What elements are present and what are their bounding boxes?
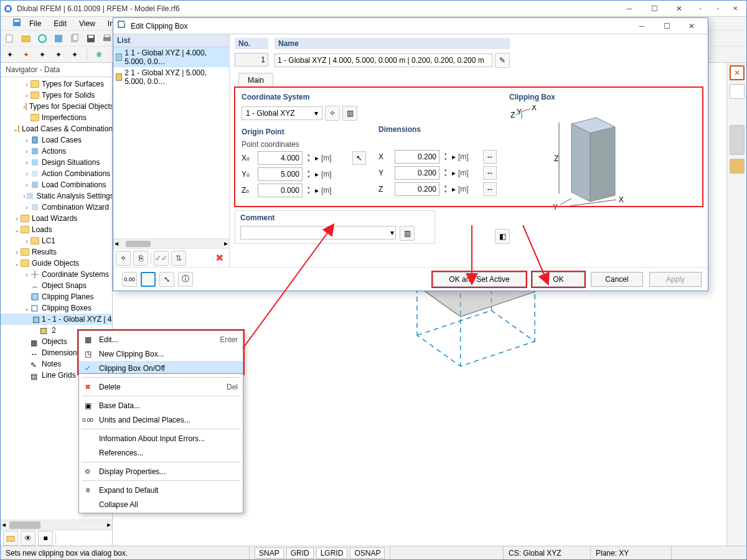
wand2-icon[interactable]: ✦ [19, 48, 33, 62]
ctx-expand[interactable]: ≡ Expand to Default [79, 483, 243, 497]
wand4-icon[interactable]: ✦ [52, 48, 65, 62]
color-picker-icon[interactable]: ◧ [495, 229, 510, 244]
ctx-units[interactable]: 0.00 Units and Decimal Places... [79, 413, 243, 427]
tree-lc1[interactable]: LC1 [42, 235, 55, 246]
ctx-clipping-box-onoff[interactable]: ✓ Clipping Box On/Off [79, 361, 243, 374]
tree-clip-boxes[interactable]: Clipping Boxes [42, 302, 92, 314]
tree-note[interactable]: Notes [42, 358, 61, 370]
navigator-hscroll[interactable]: ◂ ▸ [1, 520, 112, 530]
name-edit-icon[interactable]: ✎ [495, 53, 510, 68]
y0-input[interactable] [258, 167, 303, 181]
wand1-icon[interactable]: ✦ [3, 48, 17, 62]
ctx-input-errors[interactable]: Information About Input Errors... [79, 431, 243, 446]
play-icon[interactable]: ▸ [452, 169, 456, 177]
dlg-close-button[interactable]: ✕ [679, 19, 704, 34]
xd-input[interactable] [395, 150, 439, 164]
sync-icon[interactable] [35, 32, 49, 45]
tree-static-an[interactable]: Static Analysis Settings [37, 190, 112, 202]
apply-button[interactable]: Apply [649, 272, 702, 287]
minimize-button[interactable]: ─ [617, 1, 642, 16]
tree-results[interactable]: Results [32, 246, 57, 258]
print-icon[interactable] [100, 32, 114, 45]
ctx-references[interactable]: References... [79, 446, 243, 460]
xd-spinner[interactable]: ▴▾ [442, 151, 449, 162]
dock-btn-4[interactable] [730, 159, 745, 174]
coord-new-icon[interactable]: ✧ [325, 106, 340, 121]
list-sort-icon[interactable]: ⇅ [171, 251, 186, 266]
ctx-new-clipping-box[interactable]: ◳ New Clipping Box... [79, 347, 243, 361]
tree-loads[interactable]: Loads [32, 224, 52, 235]
footer-info-icon[interactable]: ⓘ [178, 272, 193, 287]
ctx-delete[interactable]: ✖ Delete Del [79, 380, 243, 394]
yd-pick-icon[interactable]: ↔ [483, 166, 497, 180]
yd-input[interactable] [395, 166, 439, 180]
name-field[interactable] [275, 54, 492, 67]
nav-btn-1[interactable] [3, 531, 18, 546]
close-button[interactable]: ✕ [667, 1, 692, 16]
play-icon[interactable]: ▸ [452, 152, 456, 161]
tree-obj-snaps[interactable]: Object Snaps [42, 280, 87, 291]
footer-color-icon[interactable] [141, 272, 156, 287]
tree-guide[interactable]: Guide Objects [32, 258, 79, 269]
play-icon[interactable]: ▸ [315, 186, 319, 195]
tree-icon[interactable]: ❋ [92, 48, 106, 62]
list-copy-icon[interactable]: ⎘ [133, 251, 148, 266]
save-icon[interactable] [84, 32, 98, 45]
y0-spinner[interactable]: ▴▾ [305, 169, 312, 180]
ok-button[interactable]: OK [532, 272, 585, 287]
dlg-minimize-button[interactable]: ─ [629, 19, 654, 34]
ok-set-active-button[interactable]: OK and Set Active [433, 272, 526, 287]
ctx-display-props[interactable]: ⛭ Display Properties... [79, 464, 243, 478]
tree-load-comb[interactable]: Load Combinations [42, 179, 106, 190]
footer-axes-icon[interactable]: ⤡ [159, 272, 174, 287]
tree-clip-planes[interactable]: Clipping Planes [42, 291, 93, 302]
list-item-2[interactable]: 2 1 - Global XYZ | 5.000, 5.000, 0.0… [113, 67, 229, 87]
tree-action-comb[interactable]: Action Combinations [42, 168, 110, 179]
aux-max-button[interactable]: ▫ [709, 1, 726, 16]
open-icon[interactable] [19, 32, 33, 45]
xd-pick-icon[interactable]: ↔ [483, 150, 497, 164]
zd-input[interactable] [395, 182, 439, 196]
new-icon[interactable] [3, 32, 17, 45]
tree-imperfections[interactable]: Imperfections [42, 112, 87, 123]
snap-btn-osnap[interactable]: OSNAP [350, 548, 385, 559]
cancel-button[interactable]: Cancel [591, 272, 643, 287]
aux-min-button[interactable]: ▫ [692, 1, 709, 16]
tree-types-solids[interactable]: Types for Solids [42, 90, 95, 101]
zd-pick-icon[interactable]: ↔ [483, 182, 497, 196]
comment-combo[interactable]: ▾ [240, 226, 396, 240]
tree-types-special[interactable]: Types for Special Objects [29, 101, 112, 112]
tree-lccomb[interactable]: Load Cases & Combinations [22, 123, 112, 134]
wand3-icon[interactable]: ✦ [35, 48, 49, 62]
snap-btn-snap[interactable]: SNAP [255, 548, 284, 559]
model-icon[interactable] [52, 32, 65, 45]
dock-btn-3[interactable] [730, 125, 745, 155]
ctx-edit[interactable]: ▦ Edit... Enter [79, 332, 243, 347]
z0-spinner[interactable]: ▴▾ [305, 185, 312, 196]
tree-comb-w[interactable]: Combination Wizard [42, 202, 109, 213]
tree-types-surfaces[interactable]: Types for Surfaces [42, 78, 104, 90]
menu-view[interactable]: View [74, 18, 100, 29]
play-icon[interactable]: ▸ [452, 185, 456, 194]
z0-input[interactable] [258, 184, 303, 197]
list-new-icon[interactable]: ✧ [116, 251, 131, 266]
clipping-box-list[interactable]: 1 1 - Global XYZ | 4.000, 5.000, 0.0… 2 … [113, 47, 229, 238]
dock-btn-1[interactable]: ✕ [730, 65, 745, 80]
x0-spinner[interactable]: ▴▾ [305, 152, 312, 164]
tab-main[interactable]: Main [238, 73, 273, 87]
yd-spinner[interactable]: ▴▾ [442, 167, 449, 179]
copy-icon[interactable] [68, 32, 82, 45]
dock-btn-2[interactable] [730, 84, 745, 99]
snap-btn-lgrid[interactable]: LGRID [316, 548, 348, 559]
tree-cb2[interactable]: 2 [52, 325, 56, 336]
wand5-icon[interactable]: ✦ [68, 48, 82, 62]
comment-lib-icon[interactable]: ▥ [400, 226, 415, 241]
play-icon[interactable]: ▸ [315, 154, 319, 162]
ctx-base-data[interactable]: ▣ Base Data... [79, 398, 243, 413]
list-hscroll[interactable]: ◂ ▸ [113, 238, 229, 248]
tree-obj[interactable]: Objects [42, 336, 67, 347]
footer-units-icon[interactable]: 0.00 [122, 272, 137, 287]
snap-btn-grid[interactable]: GRID [286, 548, 314, 559]
list-item-1[interactable]: 1 1 - Global XYZ | 4.000, 5.000, 0.0… [113, 47, 229, 67]
tree-load-wiz[interactable]: Load Wizards [32, 213, 77, 224]
